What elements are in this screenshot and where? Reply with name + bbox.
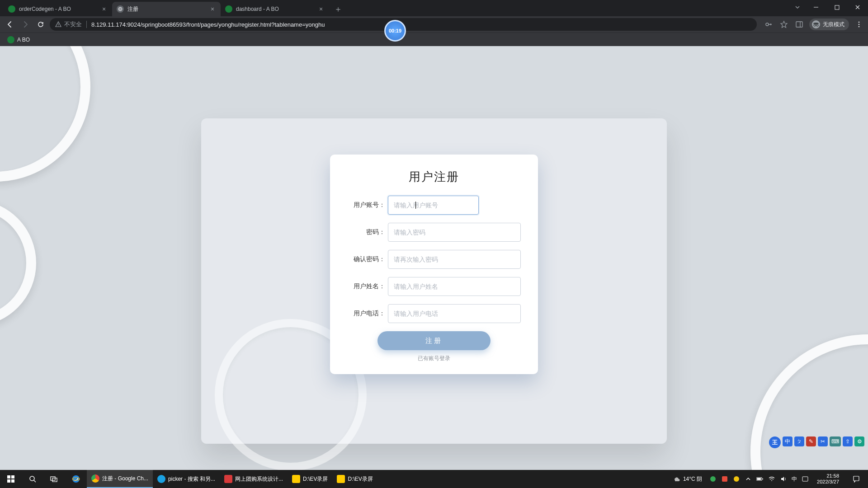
form-title: 用户注册 xyxy=(347,169,521,185)
chrome-icon xyxy=(91,474,99,483)
ie-pinned-icon[interactable] xyxy=(65,470,87,488)
folder-icon xyxy=(337,475,345,483)
ime-chip[interactable]: ✂ xyxy=(818,436,828,446)
wifi-icon[interactable] xyxy=(768,475,775,483)
weather-text: 14°C 阴 xyxy=(683,475,702,483)
ime-chip[interactable]: ✎ xyxy=(806,436,816,446)
start-button[interactable] xyxy=(0,470,22,488)
background-decoration xyxy=(750,334,868,470)
taskbar-clock[interactable]: 21:58 2022/3/27 xyxy=(813,473,843,484)
svg-point-20 xyxy=(710,476,716,482)
action-center-button[interactable] xyxy=(847,475,865,483)
tab-favicon-icon xyxy=(225,5,232,13)
svg-point-9 xyxy=(859,24,860,25)
ime-chip[interactable]: ⇧ xyxy=(843,436,853,446)
account-input[interactable] xyxy=(388,196,479,215)
taskbar-app-edge[interactable]: picker - 搜索 和另... xyxy=(153,470,220,488)
window-controls xyxy=(789,0,868,16)
tab-close-icon[interactable]: × xyxy=(317,5,325,13)
browser-menu-icon[interactable] xyxy=(854,19,864,30)
taskbar-app-label: picker - 搜索 和另... xyxy=(168,475,215,483)
search-button[interactable] xyxy=(22,470,43,488)
battery-icon[interactable] xyxy=(756,475,764,483)
wps-icon xyxy=(224,475,232,483)
tab-close-icon[interactable]: × xyxy=(100,5,108,13)
clock-time: 21:58 xyxy=(817,473,839,479)
tray-app-icon[interactable] xyxy=(733,475,740,483)
omnibox-separator xyxy=(86,21,87,28)
svg-point-15 xyxy=(30,476,34,481)
tab-title: orderCodegen - A BO xyxy=(19,6,97,12)
taskbar-app-wps[interactable]: 网上团购系统设计... xyxy=(220,470,288,488)
svg-point-22 xyxy=(734,476,739,482)
nav-back-button[interactable] xyxy=(4,18,16,31)
field-row-account: 用户账号： xyxy=(347,196,521,215)
svg-rect-16 xyxy=(51,477,55,480)
svg-rect-14 xyxy=(11,479,14,483)
nav-reload-button[interactable] xyxy=(34,18,47,31)
ime-indicator[interactable]: 中 xyxy=(792,475,797,483)
login-link[interactable]: 已有账号登录 xyxy=(347,355,521,362)
system-tray: 14°C 阴 中 21:58 2022/3/27 xyxy=(673,473,868,484)
tab-close-icon[interactable]: × xyxy=(209,5,216,13)
ime-mode-icon[interactable] xyxy=(802,475,809,483)
security-label: 不安全 xyxy=(64,20,82,28)
timer-value: 00:19 xyxy=(389,28,401,33)
browser-tab[interactable]: orderCodegen - A BO × xyxy=(4,2,112,16)
svg-point-2 xyxy=(58,25,58,26)
svg-rect-11 xyxy=(7,475,10,479)
svg-rect-27 xyxy=(854,476,859,481)
register-button[interactable]: 注册 xyxy=(377,331,491,350)
ime-chip[interactable]: ㄆ xyxy=(794,436,804,446)
tray-chevron-up-icon[interactable] xyxy=(745,475,752,483)
name-input[interactable] xyxy=(388,277,521,296)
bookmark-item[interactable]: A BO xyxy=(5,34,33,45)
volume-icon[interactable] xyxy=(780,475,787,483)
background-decoration xyxy=(0,46,90,182)
browser-toolbar: 不安全 8.129.11.174:9024/springboot86593/fr… xyxy=(0,16,868,33)
password-input[interactable] xyxy=(388,223,521,242)
taskbar-app-explorer[interactable]: D:\EV录屏 xyxy=(288,470,332,488)
taskbar-app-label: D:\EV录屏 xyxy=(303,475,328,483)
confirm-input[interactable] xyxy=(388,250,521,269)
svg-point-6 xyxy=(814,24,816,26)
tab-favicon-icon xyxy=(117,5,124,13)
browser-tab[interactable]: dashboard - A BO × xyxy=(221,2,329,16)
site-security-icon[interactable]: 不安全 xyxy=(55,20,82,28)
ime-chip[interactable]: 中 xyxy=(783,436,793,446)
tab-favicon-icon xyxy=(8,5,15,13)
field-row-confirm: 确认密码： xyxy=(347,250,521,269)
bookmarks-bar: A BO xyxy=(0,33,868,46)
svg-point-8 xyxy=(859,22,860,23)
new-tab-button[interactable]: ＋ xyxy=(332,3,344,15)
taskbar-app-explorer[interactable]: D:\EV录屏 xyxy=(332,470,377,488)
window-maximize-button[interactable] xyxy=(826,0,847,14)
ime-chip[interactable]: ⌨ xyxy=(830,436,841,446)
phone-input[interactable] xyxy=(388,304,521,323)
field-row-phone: 用户电话： xyxy=(347,304,521,323)
password-label: 密码： xyxy=(347,228,388,236)
incognito-icon xyxy=(812,20,820,28)
ime-chip[interactable]: ⚙ xyxy=(854,436,864,446)
browser-tab-active[interactable]: 注册 × xyxy=(112,2,221,16)
nav-forward-button[interactable] xyxy=(19,18,32,31)
bookmark-label: A BO xyxy=(17,37,30,43)
weather-widget[interactable]: 14°C 阴 xyxy=(673,475,702,483)
window-close-button[interactable] xyxy=(847,0,868,14)
incognito-indicator[interactable]: 无痕模式 xyxy=(809,19,849,30)
browser-tabs: orderCodegen - A BO × 注册 × dashboard - A… xyxy=(0,0,344,16)
taskbar-app-label: 注册 - Google Ch... xyxy=(102,475,148,483)
side-panel-icon[interactable] xyxy=(794,19,805,30)
bookmark-star-icon[interactable] xyxy=(778,19,789,30)
password-key-icon[interactable] xyxy=(763,19,774,30)
ime-chip[interactable]: 王 xyxy=(769,436,781,448)
tray-app-icon[interactable] xyxy=(721,475,728,483)
tab-search-icon[interactable] xyxy=(789,0,806,14)
taskbar-app-chrome[interactable]: 注册 - Google Ch... xyxy=(87,470,153,488)
ime-floating-toolbar: 王 中 ㄆ ✎ ✂ ⌨ ⇧ ⚙ xyxy=(769,436,864,448)
tray-app-icon[interactable] xyxy=(709,475,717,483)
task-view-button[interactable] xyxy=(43,470,65,488)
svg-point-3 xyxy=(766,23,769,26)
svg-rect-4 xyxy=(796,22,802,27)
window-minimize-button[interactable] xyxy=(806,0,826,14)
